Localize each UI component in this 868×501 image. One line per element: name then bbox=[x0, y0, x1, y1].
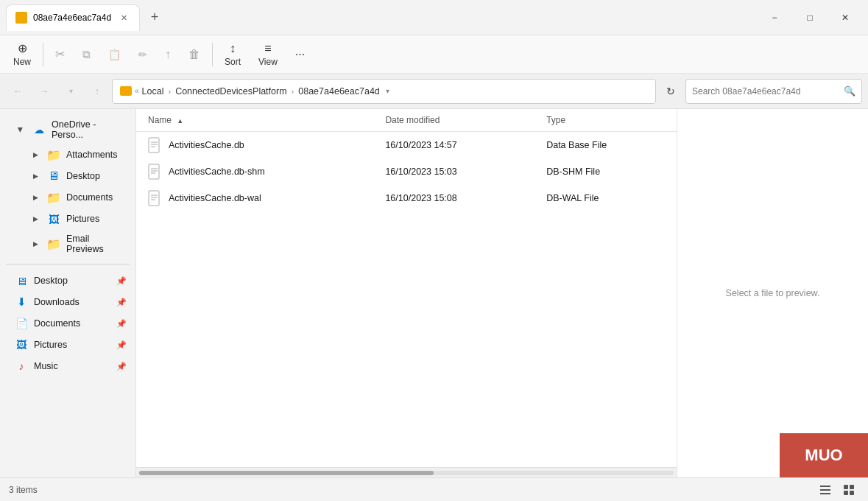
horizontal-scrollbar[interactable] bbox=[136, 467, 677, 477]
table-row[interactable]: ActivitiesCache.db 16/10/2023 14:57 Data… bbox=[136, 132, 677, 159]
copy-button[interactable]: ⧉ bbox=[75, 38, 98, 71]
view-button[interactable]: ≡ View bbox=[251, 38, 285, 71]
tab-folder-icon bbox=[15, 12, 27, 24]
share-icon: ↑ bbox=[165, 48, 171, 61]
search-box[interactable]: 🔍 bbox=[685, 79, 862, 104]
col-type[interactable]: Type bbox=[534, 109, 677, 132]
paste-icon: 📋 bbox=[108, 49, 121, 60]
recent-locations-button[interactable]: ▾ bbox=[59, 80, 82, 103]
onedrive-label: OneDrive - Perso... bbox=[52, 119, 127, 140]
sort-icon: ↕ bbox=[230, 42, 236, 55]
table-row[interactable]: ActivitiesCache.db-shm 16/10/2023 15:03 … bbox=[136, 158, 677, 185]
new-button[interactable]: ⊕ New bbox=[6, 38, 38, 71]
path-folder-icon bbox=[120, 86, 132, 96]
table-header-row: Name ▲ Date modified Type bbox=[136, 109, 677, 132]
view-toggle-group bbox=[815, 481, 859, 499]
toolbar-sep-1 bbox=[43, 43, 43, 66]
path-connected: ConnectedDevicesPlatform bbox=[175, 86, 286, 97]
cut-icon: ✂ bbox=[55, 47, 65, 61]
pinned-pictures-label: Pictures bbox=[34, 340, 67, 350]
pinned-downloads-icon: ⬇ bbox=[15, 295, 28, 309]
email-chevron: ▶ bbox=[29, 238, 41, 250]
sidebar: ▶ ☁ OneDrive - Perso... ▶ 📁 Attachments … bbox=[0, 109, 136, 477]
pinned-music[interactable]: ♪ Music 📌 bbox=[3, 356, 133, 376]
pin-icon-desktop: 📌 bbox=[116, 276, 127, 286]
svg-rect-13 bbox=[820, 489, 830, 491]
pin-icon-documents: 📌 bbox=[116, 319, 127, 329]
close-button[interactable]: ✕ bbox=[828, 6, 862, 29]
pinned-pictures[interactable]: 🖼 Pictures 📌 bbox=[3, 334, 133, 355]
active-tab[interactable]: 08ae7a4e6eac7a4d ✕ bbox=[6, 4, 140, 31]
path-dropdown-arrow: ▾ bbox=[386, 87, 389, 95]
email-folder-icon: 📁 bbox=[47, 237, 60, 251]
svg-rect-12 bbox=[820, 486, 830, 487]
scroll-thumb bbox=[139, 471, 434, 475]
rename-button[interactable]: ✏ bbox=[131, 38, 155, 71]
sidebar-item-pictures[interactable]: ▶ 🖼 Pictures bbox=[3, 209, 133, 229]
file-db-icon bbox=[148, 137, 161, 153]
sidebar-item-documents[interactable]: ▶ 📁 Documents bbox=[3, 187, 133, 208]
svg-rect-4 bbox=[149, 164, 159, 179]
sort-button[interactable]: ↕ Sort bbox=[217, 38, 248, 71]
pinned-desktop[interactable]: 🖥 Desktop 📌 bbox=[3, 270, 133, 291]
path-folder: 08ae7a4e6eac7a4d bbox=[298, 86, 380, 97]
attachments-chevron: ▶ bbox=[29, 149, 41, 161]
pinned-downloads[interactable]: ⬇ Downloads 📌 bbox=[3, 292, 133, 312]
more-button[interactable]: ··· bbox=[288, 38, 312, 71]
back-button[interactable]: ← bbox=[6, 80, 29, 103]
up-button[interactable]: ↑ bbox=[85, 80, 109, 103]
toolbar: ⊕ New ✂ ⧉ 📋 ✏ ↑ 🗑 ↕ Sort ≡ View ··· bbox=[0, 35, 868, 74]
details-view-toggle[interactable] bbox=[839, 481, 859, 499]
pinned-pictures-icon: 🖼 bbox=[15, 338, 28, 351]
pinned-documents[interactable]: 📄 Documents 📌 bbox=[3, 313, 133, 334]
refresh-button[interactable]: ↻ bbox=[659, 80, 682, 103]
svg-rect-18 bbox=[850, 491, 854, 495]
col-name[interactable]: Name ▲ bbox=[136, 109, 373, 132]
file-type-2: DB-WAL File bbox=[534, 185, 677, 211]
col-date[interactable]: Date modified bbox=[373, 109, 534, 132]
new-tab-button[interactable]: + bbox=[143, 6, 166, 29]
search-icon: 🔍 bbox=[844, 85, 855, 97]
file-shm-icon bbox=[148, 164, 161, 180]
sidebar-item-email[interactable]: ▶ 📁 Email Previews bbox=[3, 230, 133, 258]
address-path[interactable]: « Local › ConnectedDevicesPlatform › 08a… bbox=[112, 79, 656, 104]
toolbar-sep-2 bbox=[212, 43, 213, 66]
desktop-chevron: ▶ bbox=[29, 170, 41, 182]
svg-rect-15 bbox=[844, 485, 848, 489]
sidebar-item-onedrive[interactable]: ▶ ☁ OneDrive - Perso... bbox=[3, 116, 133, 144]
search-input[interactable] bbox=[692, 86, 839, 97]
window-controls: − □ ✕ bbox=[758, 6, 862, 29]
svg-rect-17 bbox=[844, 491, 848, 495]
rename-icon: ✏ bbox=[138, 49, 147, 60]
tab-close-button[interactable]: ✕ bbox=[117, 11, 130, 24]
sidebar-divider bbox=[6, 264, 130, 264]
pinned-documents-label: Documents bbox=[34, 318, 80, 329]
file-name-2: ActivitiesCache.db-wal bbox=[169, 193, 261, 203]
preview-text: Select a file to preview. bbox=[726, 288, 820, 298]
table-row[interactable]: ActivitiesCache.db-wal 16/10/2023 15:08 … bbox=[136, 185, 677, 211]
list-view-toggle[interactable] bbox=[815, 481, 836, 499]
minimize-button[interactable]: − bbox=[758, 6, 791, 29]
cut-button[interactable]: ✂ bbox=[48, 38, 72, 71]
forward-button[interactable]: → bbox=[32, 80, 56, 103]
documents-label: Documents bbox=[66, 192, 113, 203]
share-button[interactable]: ↑ bbox=[158, 38, 178, 71]
attachments-label: Attachments bbox=[66, 150, 117, 160]
pinned-desktop-label: Desktop bbox=[34, 276, 68, 286]
maximize-button[interactable]: □ bbox=[793, 6, 827, 29]
pictures-folder-icon: 🖼 bbox=[47, 212, 60, 225]
pinned-music-label: Music bbox=[34, 361, 58, 371]
paste-button[interactable]: 📋 bbox=[101, 38, 128, 71]
status-bar: 3 items bbox=[0, 477, 868, 501]
tab-title: 08ae7a4e6eac7a4d bbox=[33, 13, 111, 23]
desktop-folder-icon: 🖥 bbox=[47, 169, 60, 183]
svg-rect-0 bbox=[149, 138, 159, 153]
new-icon: ⊕ bbox=[18, 41, 27, 55]
sidebar-item-desktop[interactable]: ▶ 🖥 Desktop bbox=[3, 166, 133, 186]
pictures-label: Pictures bbox=[66, 214, 99, 224]
pin-icon-downloads: 📌 bbox=[116, 298, 127, 307]
delete-button[interactable]: 🗑 bbox=[181, 38, 208, 71]
pictures-chevron: ▶ bbox=[29, 213, 41, 225]
sidebar-item-attachments[interactable]: ▶ 📁 Attachments bbox=[3, 144, 133, 165]
muo-watermark: MUO bbox=[780, 433, 868, 477]
